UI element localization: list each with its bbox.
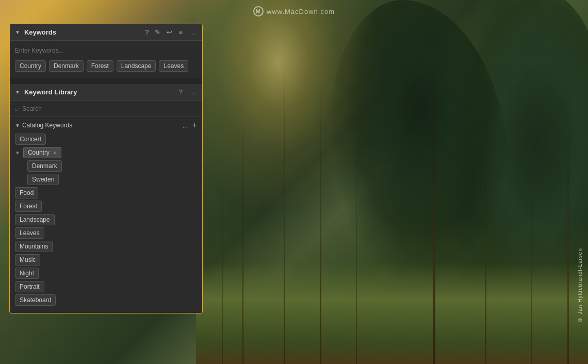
keywords-more-btn[interactable]: …: [187, 29, 197, 36]
keyword-library-header: ▼ Keyword Library ? …: [10, 84, 202, 101]
keyword-tags-container: Country Denmark Forest Landscape Leaves: [10, 60, 202, 78]
library-search-input[interactable]: [22, 105, 197, 112]
keyword-portrait[interactable]: Portrait: [15, 281, 44, 292]
list-item: Landscape: [15, 214, 197, 225]
library-more-btn[interactable]: …: [187, 89, 197, 95]
keyword-tag-landscape[interactable]: Landscape: [117, 60, 156, 72]
keyword-sweden[interactable]: Sweden: [27, 174, 59, 185]
keyword-denmark[interactable]: Denmark: [27, 160, 62, 172]
keyword-country-expand: ▼ Country ✕: [15, 147, 61, 158]
list-item: Forest: [15, 201, 197, 212]
keyword-country[interactable]: Country ✕: [23, 147, 61, 158]
keyword-tag-forest[interactable]: Forest: [87, 60, 113, 72]
catalog-actions: … +: [183, 121, 197, 129]
list-item: Leaves: [15, 227, 197, 239]
left-panel: ▼ Keywords ? ✎ ↩ ≡ … Country Denmark For…: [9, 24, 203, 313]
watermark-icon: M: [253, 6, 264, 16]
keywords-menu-btn[interactable]: ≡: [177, 29, 184, 36]
keywords-title: Keywords: [24, 28, 140, 36]
keyword-tag-leaves[interactable]: Leaves: [159, 60, 188, 72]
keyword-library-title: Keyword Library: [24, 88, 174, 96]
library-search-bar: ⌕: [10, 101, 202, 117]
catalog-more-btn[interactable]: …: [183, 122, 189, 129]
tree-trunks: [196, 0, 588, 364]
keyword-music[interactable]: Music: [15, 254, 40, 266]
keyword-forest[interactable]: Forest: [15, 201, 42, 212]
keywords-input[interactable]: [15, 45, 197, 56]
catalog-title: Catalog Keywords: [22, 122, 181, 129]
keyword-list: Concert ▼ Country ✕ Denmark Sweden Food …: [10, 134, 202, 313]
catalog-add-btn[interactable]: +: [192, 121, 197, 129]
keyword-night[interactable]: Night: [15, 268, 39, 279]
list-item: Concert: [15, 134, 197, 145]
list-item: Denmark: [27, 160, 197, 172]
keyword-tag-denmark[interactable]: Denmark: [49, 60, 84, 72]
keywords-help-btn[interactable]: ?: [143, 29, 150, 36]
list-item: Music: [15, 254, 197, 266]
keywords-collapse-icon[interactable]: ▼: [15, 29, 20, 35]
keyword-concert[interactable]: Concert: [15, 134, 46, 145]
keywords-section-header: ▼ Keywords ? ✎ ↩ ≡ …: [10, 24, 202, 41]
watermark-text: www.MacDown.com: [267, 8, 335, 15]
list-item: Skateboard: [15, 294, 197, 306]
keyword-food[interactable]: Food: [15, 187, 38, 198]
search-icon: ⌕: [15, 105, 19, 112]
copyright-text: © Jan Hyldebrandt-Larsen: [577, 248, 583, 323]
catalog-collapse-icon[interactable]: ▼: [15, 123, 20, 128]
keyword-tag-country[interactable]: Country: [15, 60, 46, 72]
keyword-landscape[interactable]: Landscape: [15, 214, 55, 225]
country-close-icon[interactable]: ✕: [53, 150, 57, 156]
keyword-mountains[interactable]: Mountains: [15, 241, 53, 252]
list-item: Mountains: [15, 241, 197, 252]
keywords-back-btn[interactable]: ↩: [165, 29, 174, 36]
catalog-keywords-header: ▼ Catalog Keywords … +: [10, 117, 202, 134]
list-item: ▼ Country ✕: [15, 147, 197, 158]
section-divider: [10, 78, 202, 84]
list-item: Food: [15, 187, 197, 198]
list-item: Sweden: [27, 174, 197, 185]
keywords-edit-btn[interactable]: ✎: [153, 29, 162, 36]
list-item: Portrait: [15, 281, 197, 292]
keyword-skateboard[interactable]: Skateboard: [15, 294, 56, 306]
library-collapse-icon[interactable]: ▼: [15, 89, 20, 95]
keyword-leaves[interactable]: Leaves: [15, 227, 44, 239]
country-chevron-icon[interactable]: ▼: [15, 150, 20, 156]
keywords-input-area: [10, 41, 202, 60]
library-help-btn[interactable]: ?: [177, 89, 184, 95]
list-item: Night: [15, 268, 197, 279]
watermark: M www.MacDown.com: [253, 6, 335, 16]
